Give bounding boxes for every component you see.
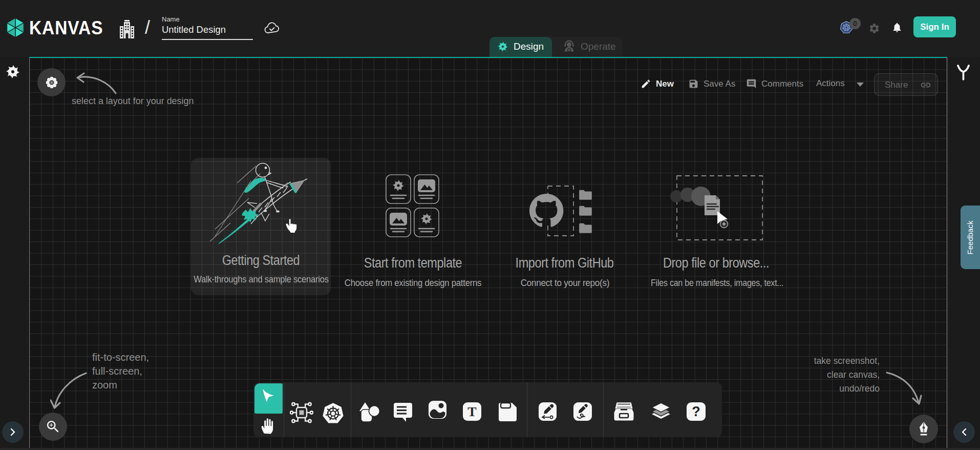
svg-text:T: T — [467, 404, 476, 419]
svg-text:?: ? — [692, 404, 700, 419]
